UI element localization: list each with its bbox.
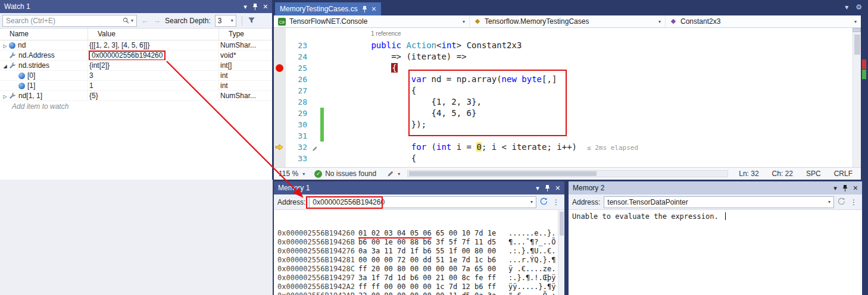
breakpoint-margin[interactable]	[274, 108, 286, 119]
column-header-type[interactable]: Type	[219, 29, 272, 40]
search-input-box[interactable]: ▾	[2, 15, 137, 27]
breakpoint-margin[interactable]	[274, 74, 286, 85]
column-header-name[interactable]: Name	[0, 29, 88, 40]
watch-row[interactable]: ◢nd.strides{int[2]}int[]	[0, 61, 272, 71]
search-icon[interactable]	[123, 15, 129, 26]
code-line[interactable]: 29 {4, 5, 6}	[274, 108, 861, 119]
codelens-references[interactable]: 1 reference	[274, 30, 861, 40]
code-line[interactable]: 23 public Action<int> Constant2x3	[274, 40, 861, 51]
search-prev-icon[interactable]: ←	[141, 16, 149, 25]
tab-memorytestingcases[interactable]: MemoryTestingCases.cs ×	[275, 2, 381, 15]
line-number: 24	[286, 51, 312, 62]
watch-row[interactable]: [0]3int	[0, 71, 272, 81]
breakpoint-margin[interactable]	[274, 51, 286, 62]
code-area[interactable]: 1 reference 23 public Action<int> Consta…	[274, 28, 861, 167]
member-dropdown[interactable]: Constant2x3 ▾	[666, 15, 861, 27]
code-line[interactable]: 24 => (iterate) =>	[274, 51, 861, 62]
window-position-icon[interactable]: ▾	[536, 185, 539, 192]
toolbar-overflow-icon[interactable]: ⋮	[849, 198, 858, 206]
breakpoint-margin[interactable]	[274, 153, 286, 164]
chevron-down-icon[interactable]: ▾	[131, 18, 133, 23]
column-header-value[interactable]: Value	[88, 29, 219, 40]
address-input[interactable]	[313, 198, 529, 206]
chevron-down-icon[interactable]: ▾	[530, 199, 533, 205]
breakpoint-margin[interactable]	[274, 130, 286, 142]
editor-vertical-scrollbar[interactable]	[853, 32, 861, 167]
pin-icon[interactable]	[252, 4, 258, 10]
memory2-message-area[interactable]: Unable to evaluate the expression.	[569, 210, 862, 295]
pin-icon[interactable]	[362, 6, 367, 12]
expand-toggle-icon[interactable]: ▷	[1, 92, 9, 101]
memory-row[interactable]: 0x000002556B1942760a 3a 11 7d 1f b6 55 1…	[277, 247, 564, 256]
watch-search-bar: ▾ ← → Search Depth: 3 ▾	[0, 13, 272, 29]
memory-row[interactable]: 0x000002556B19428100 00 00 72 00 dd 51 1…	[277, 256, 564, 265]
watch-row[interactable]: nd.Address0x000002556b194260void*	[0, 51, 272, 61]
breakpoint-margin[interactable]	[274, 96, 286, 108]
search-depth-label: Search Depth:	[165, 17, 211, 25]
type-dropdown[interactable]: Tensorflow.MemoryTestingCases ▾	[470, 15, 666, 27]
memory-row[interactable]: 0x000002556B1942973a 1f 7d 1d b6 00 21 0…	[277, 274, 564, 283]
expand-toggle-icon[interactable]: ▷	[1, 42, 9, 50]
zoom-control[interactable]: 115 %▾	[279, 170, 305, 178]
code-line[interactable]: 31	[274, 130, 861, 142]
code-line[interactable]: 32 for (int i = 0; i < iterate; i++) ≤ 2…	[274, 142, 861, 153]
breakpoint-margin[interactable]	[274, 85, 286, 96]
search-input[interactable]	[6, 17, 123, 25]
watch-titlebar[interactable]: Watch 1 ▾ ×	[0, 0, 272, 13]
memory-address: 0x000002556B194260	[277, 229, 358, 238]
memory-hex-view[interactable]: 0x000002556B19426001 02 03 04 05 06 65 0…	[274, 210, 564, 295]
scrollbar-thumb[interactable]	[854, 34, 860, 55]
scrollbar-thumb[interactable]	[409, 171, 597, 176]
horizontal-scrollbar[interactable]	[407, 170, 728, 177]
pin-icon[interactable]	[545, 185, 550, 192]
project-dropdown[interactable]: C# TensorFlowNET.Console ▾	[274, 15, 470, 27]
code-line[interactable]: 33 {	[274, 153, 861, 164]
search-depth-select[interactable]: 3 ▾	[215, 15, 236, 27]
toolbar-overflow-icon[interactable]: ⋮	[551, 198, 561, 206]
memory-row[interactable]: 0x000002556B1942AD22 00 80 00 00 00 00 1…	[277, 291, 564, 295]
code-cleanup-button[interactable]: ▾	[387, 170, 400, 177]
breakpoint-margin[interactable]	[274, 119, 286, 130]
address-input[interactable]	[607, 198, 826, 206]
memory2-titlebar[interactable]: Memory 2 ▾ ×	[569, 181, 862, 194]
memory-row[interactable]: 0x000002556B19426Bb6 00 1e 00 88 b6 3f 5…	[277, 238, 564, 247]
filter-icon[interactable]	[248, 15, 255, 26]
scrollbar-thumb[interactable]	[560, 212, 564, 236]
watch-row[interactable]: ▷nd{[[1, 2, 3], [4, 5, 6]]}NumShar...	[0, 40, 272, 51]
memory-row[interactable]: 0x000002556B1942A2ff ff 00 00 00 00 1c 7…	[277, 283, 564, 291]
refresh-icon[interactable]	[838, 197, 845, 207]
window-position-icon[interactable]: ▾	[833, 185, 837, 192]
close-icon[interactable]: ×	[555, 184, 560, 192]
code-line[interactable]: 27 {	[274, 85, 861, 96]
pin-icon[interactable]	[842, 185, 848, 192]
current-statement-icon[interactable]	[274, 142, 286, 153]
memory1-titlebar[interactable]: Memory 1 ▾ ×	[274, 181, 564, 194]
collapse-toggle-icon[interactable]: ◢	[1, 62, 9, 70]
memory-row[interactable]: 0x000002556B19428Cff 20 00 80 00 00 00 0…	[277, 265, 564, 274]
address-combo[interactable]: ▾	[309, 196, 536, 208]
chevron-down-icon[interactable]: ▾	[828, 199, 830, 205]
issues-indicator[interactable]: ✓No issues found	[314, 170, 376, 178]
gear-icon[interactable]: ⚙	[855, 3, 862, 11]
chevron-down-icon[interactable]: ▾	[845, 3, 848, 11]
watch-row[interactable]: [1]1int	[0, 81, 272, 91]
breakpoint-icon[interactable]	[274, 62, 286, 74]
close-icon[interactable]: ×	[371, 5, 376, 13]
add-watch-item[interactable]: Add item to watch	[0, 101, 272, 111]
code-line[interactable]: 30 });	[274, 119, 861, 130]
scrollbar-splitter[interactable]	[853, 28, 861, 32]
address-combo[interactable]: ▾	[604, 196, 834, 208]
watch-row[interactable]: ▷nd[1, 1]{5}NumShar...	[0, 91, 272, 101]
code-line[interactable]: 26 var nd = np.array(new byte[,]	[274, 74, 861, 85]
refresh-icon[interactable]	[540, 197, 548, 207]
code-line[interactable]: 28 {1, 2, 3},	[274, 96, 861, 108]
editor-status-bar: 115 %▾ ✓No issues found ▾ Ln: 32 Ch: 22 …	[274, 167, 861, 180]
search-next-icon[interactable]: →	[153, 16, 161, 25]
breakpoint-margin[interactable]	[274, 40, 286, 51]
memory1-scrollbar[interactable]	[558, 210, 564, 295]
close-icon[interactable]: ×	[853, 184, 858, 192]
memory-row[interactable]: 0x000002556B19426001 02 03 04 05 06 65 0…	[277, 229, 564, 238]
close-icon[interactable]: ×	[263, 2, 268, 11]
code-line[interactable]: 25 {	[274, 62, 861, 74]
window-position-icon[interactable]: ▾	[243, 4, 247, 10]
